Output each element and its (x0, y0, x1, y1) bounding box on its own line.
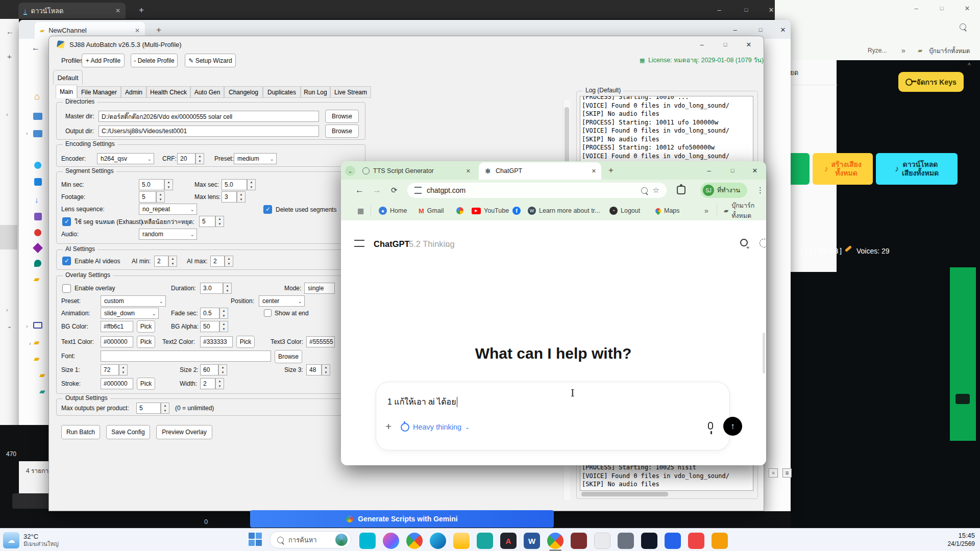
crf-input[interactable]: 20 (177, 153, 195, 164)
side-green-button[interactable] (950, 267, 976, 441)
invite-user-icon[interactable]: + (740, 239, 748, 246)
max-outputs-stepper[interactable]: ▲▼ (161, 403, 169, 414)
ai-max-input[interactable]: 2 (210, 256, 225, 267)
taskbar-app-icon[interactable] (359, 533, 376, 549)
sidebar-folder-icon[interactable]: ▰ (34, 338, 40, 347)
composer-input[interactable]: 1 แก้ให้เอา ai ได้อย (387, 395, 457, 408)
bookmark-home[interactable]: ● Home (379, 206, 407, 216)
bg-close-button[interactable]: ✕ (958, 2, 977, 14)
tab-close-icon[interactable]: ✕ (135, 27, 140, 34)
download-window-tab[interactable]: ↓ ดาวน์โหลด ✕ (18, 3, 126, 19)
fade-input[interactable]: 0.5 (200, 308, 219, 319)
duration-stepper[interactable]: ▲▼ (223, 283, 232, 294)
taskbar-search[interactable]: การค้นหา (270, 531, 351, 548)
chrome-maximize[interactable]: □ (723, 164, 742, 177)
max-outputs-input[interactable]: 5 (136, 403, 161, 414)
back-arrow-icon[interactable]: ← (6, 27, 14, 36)
taskbar-app-icon[interactable] (688, 533, 704, 549)
position-dropdown[interactable]: center⌄ (259, 295, 305, 307)
sidebar-back-arrow[interactable]: ← (32, 43, 40, 53)
tab-close-icon[interactable]: ✕ (115, 7, 120, 14)
google-colors-icon[interactable] (456, 207, 463, 214)
width-input[interactable]: 2 (200, 378, 215, 389)
log-hscrollbar[interactable] (580, 491, 753, 497)
sidebar-folder-icon[interactable]: ▰ (39, 387, 45, 396)
taskbar-app-icon[interactable] (641, 533, 657, 549)
sidebar-home-icon[interactable]: ⌂ (34, 91, 40, 102)
chatgpt-brand[interactable]: ChatGPT (374, 239, 410, 249)
taskbar-app-icon[interactable] (453, 533, 470, 549)
address-bar[interactable]: chatgpt.com ☆ (407, 183, 667, 198)
size1-stepper[interactable]: ▲▼ (119, 364, 128, 375)
footage-input[interactable]: 5 (139, 191, 156, 203)
duration-input[interactable]: 3.0 (200, 283, 223, 294)
site-settings-icon[interactable] (414, 187, 422, 194)
preview-overlay-button[interactable]: Preview Overlay (156, 425, 212, 439)
bg-search-icon[interactable] (960, 23, 966, 30)
newchannel-close[interactable]: ✕ (773, 23, 793, 36)
details-view-icon[interactable]: ≣ (782, 468, 792, 478)
sidebar-tree-chevron[interactable]: › (29, 340, 31, 346)
master-dir-input[interactable]: D:/ตอร์สติ๊กต๊อก2026/Vdo ex/00000555 sol… (99, 111, 319, 122)
profile-pill[interactable]: SJ ที่ทำงาน (700, 183, 747, 198)
taskbar-app-icon[interactable] (571, 533, 587, 549)
menu-dots-icon[interactable]: ⋮ (756, 186, 764, 195)
taskbar-app-icon[interactable] (477, 533, 493, 549)
text2-pick-button[interactable]: Pick (236, 336, 255, 348)
back-button[interactable]: ← (355, 185, 364, 195)
bg-alpha-input[interactable]: 50 (200, 321, 219, 332)
preset-dropdown[interactable]: medium⌄ (234, 153, 277, 164)
download-all-voices-button[interactable]: ♪ ดาวน์โหลดเสียงทั้งหมด (876, 153, 958, 185)
tab-file-manager[interactable]: File Manager (77, 86, 121, 98)
zoom-icon[interactable] (641, 187, 648, 194)
enable-overlay-checkbox[interactable] (62, 284, 71, 293)
chrome-minimize[interactable]: – (699, 164, 719, 177)
extensions-icon[interactable] (677, 186, 685, 194)
page-scrollbar[interactable] (763, 333, 765, 373)
autobatch-minimize[interactable]: – (692, 38, 712, 51)
sidebar-tree-chevron[interactable]: › (26, 130, 28, 136)
output-browse-button[interactable]: Browse (325, 124, 359, 138)
output-dir-input[interactable]: C:/Users/sj88s/Videos/test0001 (99, 126, 319, 137)
sidebar-grid-icon[interactable] (34, 213, 42, 220)
autobatch-maximize[interactable]: □ (716, 38, 735, 51)
tab-main[interactable]: Main (56, 85, 77, 98)
max-lens-stepper[interactable]: ▲▼ (237, 191, 246, 203)
tab-duplicates[interactable]: Duplicates (263, 86, 301, 98)
min-sec-input[interactable]: 5.0 (139, 179, 164, 190)
tab-close-icon[interactable]: ✕ (466, 168, 471, 174)
bookmarks-overflow-icon[interactable]: » (704, 207, 708, 215)
lens-sequence-dropdown[interactable]: no_repeat⌄ (139, 204, 197, 215)
tab-run-log[interactable]: Run Log (301, 86, 330, 98)
size2-stepper[interactable]: ▲▼ (218, 364, 227, 375)
tree-chevron-open[interactable]: ⌄ (7, 323, 12, 330)
encoder-dropdown[interactable]: h264_qsv⌄ (97, 153, 154, 164)
tab-chatgpt[interactable]: ✻ ChatGPT ✕ (479, 162, 601, 180)
remain-stepper[interactable]: ▲▼ (215, 216, 224, 227)
ai-min-stepper[interactable]: ▲▼ (168, 256, 177, 267)
ai-min-input[interactable]: 2 (154, 256, 168, 267)
stroke-pick-button[interactable]: Pick (137, 378, 155, 390)
size2-input[interactable]: 60 (200, 364, 218, 375)
taskbar-app-icon[interactable] (594, 533, 610, 549)
size3-stepper[interactable]: ▲▼ (322, 364, 330, 375)
bookmark-all-folder[interactable]: ▰ บุ๊กมาร์กทั้งหมด (724, 206, 766, 216)
sidebar-monitor-icon[interactable] (33, 322, 42, 329)
bg-alpha-stepper[interactable]: ▲▼ (219, 321, 228, 332)
sidebar-dot-icon[interactable] (34, 162, 41, 169)
bookmark-star-icon[interactable]: ☆ (653, 186, 659, 195)
tree-chevron[interactable]: › (6, 307, 8, 313)
bookmark-logout[interactable]: ◔ Logout (609, 206, 640, 216)
bg-color-pick-button[interactable]: Pick (137, 320, 155, 333)
overlay-preset-dropdown[interactable]: custom⌄ (101, 295, 166, 307)
width-stepper[interactable]: ▲▼ (215, 378, 224, 389)
tab-live-stream[interactable]: Live Stream (330, 86, 371, 98)
taskbar-app-icon[interactable] (618, 533, 634, 549)
generate-all-voices-button[interactable]: ♪ สร้างเสียงทั้งหมด (813, 153, 873, 185)
font-input[interactable] (101, 350, 271, 362)
show-at-end-checkbox[interactable] (264, 309, 272, 317)
download-close[interactable]: ✕ (762, 4, 781, 16)
bg-bookmark-partial[interactable]: Ryze... (868, 47, 887, 54)
tab-tts-script[interactable]: TTS Script Generator ✕ (358, 164, 475, 178)
taskbar-app-icon[interactable] (383, 533, 399, 549)
